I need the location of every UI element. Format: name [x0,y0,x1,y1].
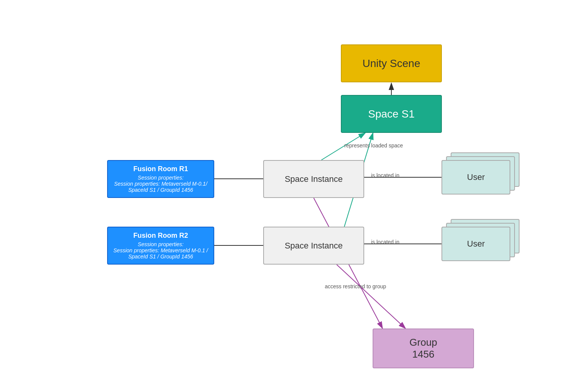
user-bottom-label: User [467,239,485,249]
diagram: Unity Scene Space S1 Space Instance Spac… [0,0,588,389]
unity-scene-label: Unity Scene [363,57,420,70]
fusion-r1-title: Fusion Room R1 [134,165,188,173]
space-instance-bottom-label: Space Instance [285,241,343,251]
fusion-r1-props: Session properties:Session properties: M… [112,175,209,193]
user-top-node: User [441,160,510,194]
fusion-r2-title: Fusion Room R2 [134,232,188,240]
group-label: Group1456 [409,337,437,360]
space-instance-top-node: Space Instance [263,160,364,198]
space-s1-label: Space S1 [368,108,414,120]
user-bottom-node: User [441,227,510,261]
space-instance-top-label: Space Instance [285,174,343,184]
is-located-in-top-label: is located in [371,172,399,178]
is-located-in-bottom-label: is located in [371,239,399,245]
fusion-r2-props: Session properties:Session properties: M… [112,241,209,260]
svg-line-12 [337,265,406,329]
space-instance-bottom-node: Space Instance [263,227,364,265]
fusion-r2-node: Fusion Room R2 Session properties:Sessio… [107,227,214,265]
unity-scene-node: Unity Scene [341,44,442,82]
group-node: Group1456 [373,329,474,368]
access-restricted-label: access restricted to group [325,283,386,289]
user-top-label: User [467,172,485,182]
space-s1-node: Space S1 [341,95,442,133]
represents-loaded-space-label: represents loaded space [344,142,403,149]
fusion-r1-node: Fusion Room R1 Session properties:Sessio… [107,160,214,198]
